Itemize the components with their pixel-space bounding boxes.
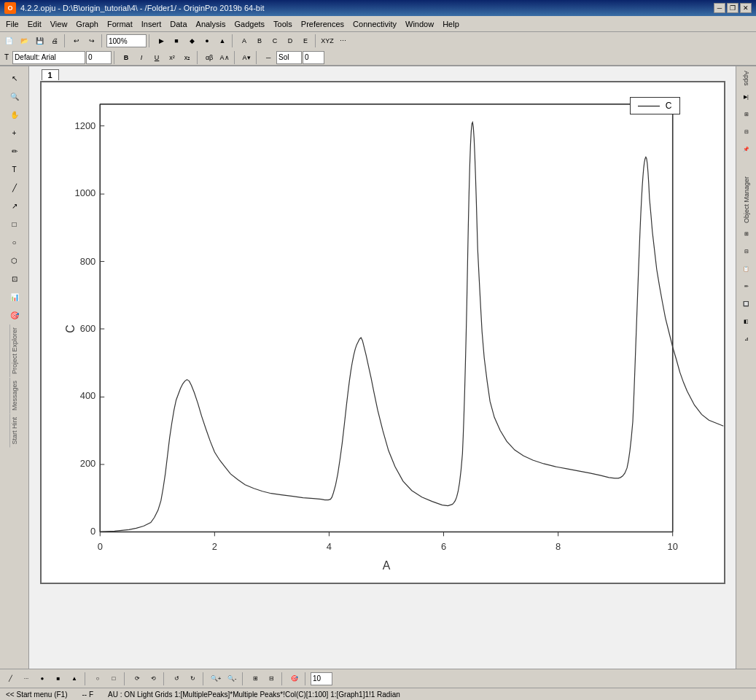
zoom-input[interactable] <box>106 34 147 47</box>
print-button[interactable]: 🖨 <box>47 34 62 48</box>
zoom-tool[interactable]: 🔍 <box>4 88 25 105</box>
menu-preferences[interactable]: Preferences <box>297 18 348 30</box>
right-tool-11[interactable]: ⊿ <box>739 331 755 347</box>
menu-gadgets[interactable]: Gadgets <box>230 18 270 30</box>
data-tool[interactable]: 📊 <box>4 288 25 306</box>
line-style-input[interactable] <box>276 51 302 64</box>
bt-btn-6[interactable]: ○ <box>90 672 105 686</box>
crosshair-tool[interactable]: + <box>4 124 25 141</box>
draw-tool[interactable]: ✏ <box>4 142 25 160</box>
tb-btn-f[interactable]: A <box>237 34 252 48</box>
menu-insert[interactable]: Insert <box>137 18 166 30</box>
line-size-input[interactable] <box>303 51 324 64</box>
menu-help[interactable]: Help <box>438 18 464 30</box>
bt-btn-8[interactable]: ⟳ <box>130 672 144 686</box>
right-tool-9[interactable]: 🔲 <box>739 296 755 312</box>
bt-btn-14[interactable]: ⊞ <box>248 672 262 686</box>
pick-tool[interactable]: 🎯 <box>4 306 25 324</box>
right-tool-3[interactable]: ⊟ <box>739 124 755 140</box>
tb-btn-a[interactable]: ▶ <box>154 34 168 48</box>
tb-btn-l[interactable]: ⋯ <box>335 34 350 48</box>
menu-view[interactable]: View <box>46 18 72 30</box>
right-tool-1[interactable]: ▶| <box>739 89 755 105</box>
underline-button[interactable]: U <box>149 50 164 65</box>
bt-zoom-input[interactable] <box>311 672 332 685</box>
text-tool[interactable]: T <box>4 160 25 178</box>
bt-btn-4[interactable]: ■ <box>51 672 66 686</box>
line-style-btn[interactable]: ─ <box>261 50 276 65</box>
menu-window[interactable]: Window <box>401 18 438 30</box>
region-tool[interactable]: ⊡ <box>4 270 25 287</box>
open-button[interactable]: 📂 <box>17 34 31 48</box>
right-tool-7[interactable]: 📋 <box>739 261 755 277</box>
ellipse-tool[interactable]: ○ <box>4 233 25 251</box>
status-start-menu[interactable]: << Start menu (F1) <box>6 691 67 699</box>
tb-btn-h[interactable]: C <box>268 34 282 48</box>
bt-btn-1[interactable]: ╱ <box>3 672 17 686</box>
right-tool-10[interactable]: ◧ <box>739 314 755 330</box>
polygon-tool[interactable]: ⬡ <box>4 252 25 269</box>
arrow-tool[interactable]: ↗ <box>4 197 25 214</box>
bt-btn-7[interactable]: □ <box>106 672 121 686</box>
menu-edit[interactable]: Edit <box>23 18 46 30</box>
font-name-input[interactable] <box>12 51 85 64</box>
bt-btn-13[interactable]: 🔍- <box>225 672 239 686</box>
line-tool[interactable]: ╱ <box>4 179 25 196</box>
italic-button[interactable]: I <box>134 50 149 65</box>
right-tool-4[interactable]: 📌 <box>739 141 755 158</box>
bt-btn-11[interactable]: ↻ <box>185 672 200 686</box>
bt-btn-5[interactable]: ▲ <box>67 672 82 686</box>
menu-graph[interactable]: Graph <box>71 18 103 30</box>
menu-connectivity[interactable]: Connectivity <box>348 18 401 30</box>
font-size-input[interactable] <box>86 51 112 64</box>
menu-tools[interactable]: Tools <box>269 18 297 30</box>
bold-button[interactable]: B <box>119 50 133 65</box>
bt-sep6 <box>281 672 284 685</box>
right-tool-5[interactable]: ⊞ <box>739 226 755 242</box>
bt-btn-16[interactable]: 🎯 <box>287 672 302 686</box>
tb-btn-k[interactable]: XYZ <box>320 34 335 48</box>
menu-file[interactable]: File <box>1 18 23 30</box>
superscript-button[interactable]: x² <box>165 50 179 65</box>
tb-btn-e[interactable]: ▲ <box>215 34 230 48</box>
tb-btn-g[interactable]: B <box>252 34 267 48</box>
menu-data[interactable]: Data <box>165 18 191 30</box>
tb-btn-b[interactable]: ■ <box>169 34 184 48</box>
svg-text:1000: 1000 <box>74 187 96 198</box>
bt-btn-15[interactable]: ⊟ <box>264 672 278 686</box>
subscript-button[interactable]: x₂ <box>180 50 195 65</box>
bt-btn-10[interactable]: ↺ <box>169 672 184 686</box>
right-tool-6[interactable]: ⊟ <box>739 244 755 260</box>
right-tool-8[interactable]: ✏ <box>739 279 755 295</box>
pan-tool[interactable]: ✋ <box>4 106 25 123</box>
minimize-button[interactable]: ─ <box>714 3 725 13</box>
new-button[interactable]: 📄 <box>1 34 16 48</box>
bt-btn-3[interactable]: ● <box>35 672 50 686</box>
pointer-tool[interactable]: ↖ <box>4 69 25 87</box>
symbol-button[interactable]: A∧ <box>217 50 232 65</box>
undo-button[interactable]: ↩ <box>69 34 84 48</box>
restore-button[interactable]: ❐ <box>727 3 739 13</box>
bt-btn-12[interactable]: 🔍+ <box>209 672 223 686</box>
greek-button[interactable]: αβ <box>202 50 217 65</box>
tb-btn-i[interactable]: D <box>283 34 297 48</box>
bt-sep2 <box>124 672 127 685</box>
rect-tool[interactable]: □ <box>4 215 25 233</box>
tb-btn-j[interactable]: E <box>298 34 313 48</box>
sep5 <box>315 34 318 47</box>
redo-button[interactable]: ↪ <box>85 34 99 48</box>
tb-btn-c[interactable]: ◆ <box>184 34 199 48</box>
save-button[interactable]: 💾 <box>32 34 47 48</box>
menu-format[interactable]: Format <box>103 18 137 30</box>
bt-btn-9[interactable]: ⟲ <box>146 672 160 686</box>
right-tool-2[interactable]: ⊞ <box>739 106 755 122</box>
tb-btn-d[interactable]: ● <box>200 34 214 48</box>
graph-tab[interactable]: 1 <box>42 69 59 80</box>
menu-analysis[interactable]: Analysis <box>192 18 230 30</box>
font-label: T <box>1 53 12 61</box>
close-button[interactable]: ✕ <box>740 3 752 13</box>
font-color-button[interactable]: A▾ <box>239 50 254 65</box>
window-controls[interactable]: ─ ❐ ✕ <box>714 3 752 13</box>
bt-btn-2[interactable]: ··· <box>19 672 34 686</box>
svg-text:800: 800 <box>79 256 96 267</box>
